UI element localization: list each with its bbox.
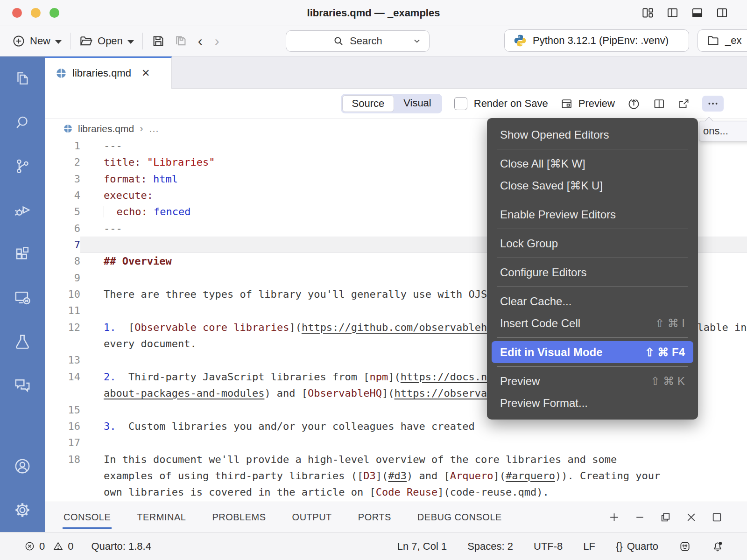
code-line[interactable]: own libraries is covered in the article …	[45, 484, 747, 500]
split-editor-icon[interactable]	[653, 98, 665, 110]
render-on-save-checkbox[interactable]	[454, 97, 467, 110]
render-on-save-label: Render on Save	[474, 98, 548, 110]
menu-separator	[497, 366, 688, 367]
comments-icon	[13, 376, 32, 395]
sidebar-item-accounts[interactable]	[0, 444, 45, 488]
encoding-status[interactable]: UTF-8	[534, 540, 563, 553]
menu-item-lock-group[interactable]: Lock Group	[492, 232, 693, 254]
panel-bar: CONSOLETERMINALPROBLEMSOUTPUTPORTSDEBUG …	[45, 502, 747, 532]
menu-item-insert-code-cell[interactable]: Insert Code Cell⇧ ⌘ I	[492, 312, 693, 334]
sidebar-item-comments[interactable]	[0, 364, 45, 407]
eol-status[interactable]: LF	[583, 540, 595, 553]
source-mode-button[interactable]: Source	[342, 95, 395, 112]
quarto-version-status[interactable]: Quarto: 1.8.4	[92, 540, 151, 553]
save-icon[interactable]	[151, 34, 165, 48]
beaker-icon	[13, 332, 32, 351]
open-button[interactable]: Open	[79, 34, 134, 48]
tab-libraries-qmd[interactable]: libraries.qmd ✕	[45, 56, 172, 89]
warning-icon	[53, 541, 63, 552]
debug-icon	[13, 201, 32, 219]
preview-button[interactable]: Preview	[560, 98, 615, 110]
panel-tab-problems[interactable]: PROBLEMS	[211, 508, 267, 526]
menu-separator	[497, 287, 688, 287]
feedback-smiley-icon[interactable]	[679, 540, 691, 553]
open-external-icon[interactable]	[677, 98, 690, 110]
open-label: Open	[98, 35, 123, 47]
sidebar-item-extensions[interactable]	[0, 232, 45, 276]
new-button[interactable]: New	[12, 35, 62, 48]
menu-item-shortcut: ⇧ ⌘ F4	[645, 346, 685, 359]
more-actions-button[interactable]	[702, 96, 724, 112]
search-placeholder: Search	[350, 35, 382, 47]
menu-item-close-saved-k-u[interactable]: Close Saved [⌘K U]	[492, 175, 693, 196]
error-count: 0	[39, 540, 45, 553]
line-number: 5	[45, 203, 80, 220]
panel-layout-icon[interactable]	[711, 511, 723, 523]
minimize-icon[interactable]	[634, 511, 646, 523]
chevron-down-icon[interactable]	[412, 36, 422, 46]
toggle-sidebar-left-icon[interactable]	[666, 7, 679, 19]
sidebar-item-testing[interactable]	[0, 320, 45, 364]
interpreter-selector[interactable]: Python 3.12.1 (PipEnv: .venv)	[504, 29, 689, 52]
sidebar-item-search[interactable]	[0, 100, 45, 144]
cursor-position-status[interactable]: Ln 7, Col 1	[397, 540, 447, 553]
indentation-status[interactable]: Spaces: 2	[467, 540, 513, 553]
editor-actions-menu: Show Opened EditorsClose All [⌘K W]Close…	[487, 118, 698, 420]
menu-item-preview-format[interactable]: Preview Format...	[492, 392, 693, 414]
toggle-sidebar-right-icon[interactable]	[716, 7, 728, 19]
sidebar-item-run-debug[interactable]	[0, 188, 45, 232]
breadcrumb-file[interactable]: libraries.qmd	[78, 123, 134, 134]
language-mode-status[interactable]: {} Quarto	[616, 540, 658, 553]
workspace-selector[interactable]: _ex	[698, 29, 747, 52]
menu-item-edit-in-visual-mode[interactable]: Edit in Visual Mode⇧ ⌘ F4	[492, 341, 693, 363]
restore-panel-icon[interactable]	[660, 511, 671, 523]
code-line[interactable]: 163. Custom libraries you and/or your co…	[45, 418, 747, 434]
plus-circle-icon	[12, 35, 25, 48]
breadcrumb-more[interactable]: …	[149, 123, 159, 135]
code-text: examples of using third-party libraries …	[80, 468, 747, 484]
close-panel-icon[interactable]	[685, 511, 697, 523]
menu-item-preview[interactable]: Preview⇧ ⌘ K	[492, 370, 693, 392]
quarto-file-icon	[56, 68, 66, 78]
line-number: 17	[45, 434, 80, 451]
line-number: 13	[45, 352, 80, 368]
customize-layout-icon[interactable]	[641, 7, 654, 19]
code-text: own libraries is covered in the article …	[80, 484, 747, 500]
notifications-bell-icon[interactable]	[712, 540, 724, 553]
forward-icon[interactable]: ›	[213, 33, 221, 49]
tooltip-text: ons...	[703, 125, 728, 137]
panel-tab-output[interactable]: OUTPUT	[291, 508, 333, 526]
save-all-icon[interactable]	[174, 34, 188, 48]
panel-tab-debug-console[interactable]: DEBUG CONSOLE	[416, 508, 503, 526]
menu-item-configure-editors[interactable]: Configure Editors	[492, 261, 693, 283]
line-number: 10	[45, 286, 80, 302]
toggle-panel-icon[interactable]	[691, 7, 704, 19]
gear-icon	[13, 501, 32, 519]
menu-item-enable-preview-editors[interactable]: Enable Preview Editors	[492, 203, 693, 225]
menu-item-show-opened-editors[interactable]: Show Opened Editors	[492, 124, 693, 146]
search-input[interactable]: Search	[286, 30, 430, 52]
add-icon[interactable]	[608, 511, 620, 523]
line-number: 8	[45, 253, 80, 269]
sidebar-item-explorer[interactable]	[0, 56, 45, 100]
panel-tab-ports[interactable]: PORTS	[357, 508, 392, 526]
code-text	[80, 434, 747, 451]
menu-item-clear-cache[interactable]: Clear Cache...	[492, 290, 693, 312]
sidebar-item-source-control[interactable]	[0, 144, 45, 188]
menu-item-close-all-k-w[interactable]: Close All [⌘K W]	[492, 153, 693, 175]
sidebar-item-remote-explorer[interactable]	[0, 276, 45, 320]
code-line[interactable]: examples of using third-party libraries …	[45, 468, 747, 484]
activity-bar	[0, 56, 45, 532]
panel-tab-console[interactable]: CONSOLE	[63, 508, 112, 526]
problems-status[interactable]: 0 0	[24, 540, 74, 553]
python-logo-icon	[513, 34, 527, 48]
close-tab-icon[interactable]: ✕	[141, 67, 150, 79]
publish-icon[interactable]	[627, 97, 641, 111]
account-icon	[13, 457, 32, 476]
sidebar-item-settings[interactable]	[0, 488, 45, 532]
code-line[interactable]: 18In this document we'll provide a high-…	[45, 451, 747, 468]
panel-tab-terminal[interactable]: TERMINAL	[136, 508, 187, 526]
back-icon[interactable]: ‹	[196, 33, 204, 49]
visual-mode-button[interactable]: Visual	[394, 95, 441, 112]
code-line[interactable]: 17	[45, 434, 747, 451]
